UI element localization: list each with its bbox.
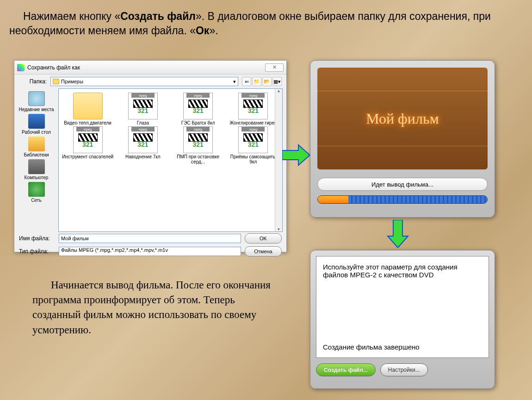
sidebar-network[interactable]: Сеть	[18, 182, 55, 203]
preview-screen: Мой фильм	[317, 68, 488, 169]
preview-panel: Мой фильм Идет вывод фильма...	[310, 60, 495, 218]
file-item[interactable]: Глаза	[116, 93, 170, 125]
info-panel: Используйте этот параметр для создания ф…	[310, 250, 495, 389]
filename-input[interactable]	[59, 234, 241, 243]
status-text: Идет вывод фильма...	[317, 178, 488, 191]
body-text: Начинается вывод фильма. После его оконч…	[32, 278, 273, 338]
file-area: Видео тепл.двигатели Глаза ГЭС Братск 8к…	[58, 88, 283, 232]
dialog-title: Сохранить файл как	[27, 64, 80, 71]
folder-icon	[53, 79, 59, 84]
folder-label: Папка:	[19, 78, 47, 85]
sidebar-computer[interactable]: Компьютер	[18, 159, 55, 180]
cancel-button[interactable]: Отмена	[245, 246, 282, 256]
info-description: Используйте этот параметр для создания ф…	[323, 263, 482, 279]
sidebar-libraries[interactable]: Библиотеки	[18, 137, 55, 157]
view-icon[interactable]: ▦▾	[272, 77, 282, 86]
filetype-dropdown[interactable]: Файлы MPEG (*.mpg,*.mp2,*.mp4,*.mpv,*.m1…	[59, 247, 241, 256]
info-status: Создание фильма завершено	[323, 343, 482, 351]
svg-marker-0	[282, 145, 310, 165]
file-item[interactable]: ГЭС Братск 8кл	[171, 93, 225, 125]
progress-bar	[317, 195, 488, 204]
file-item[interactable]: Инструмент спасателей	[61, 126, 115, 164]
up-icon[interactable]: 📁	[252, 77, 261, 86]
places-sidebar: Недавние места Рабочий стол Библиотеки К…	[14, 88, 58, 232]
folder-row: Папка: Примеры ▾ ⇐ 📁 📂 ▦▾	[14, 75, 286, 88]
info-text-area: Используйте этот параметр для создания ф…	[316, 256, 489, 358]
sidebar-desktop[interactable]: Рабочий стол	[18, 114, 55, 135]
folder-dropdown[interactable]: Примеры ▾	[50, 77, 238, 86]
sidebar-recent[interactable]: Недавние места	[18, 91, 55, 112]
nav-icons: ⇐ 📁 📂 ▦▾	[242, 77, 282, 86]
scrollbar[interactable]	[275, 89, 282, 231]
save-dialog: Сохранить файл как ✕ Папка: Примеры ▾ ⇐ …	[14, 60, 287, 252]
new-folder-icon[interactable]: 📂	[262, 77, 272, 86]
file-item[interactable]: Видео тепл.двигатели	[61, 93, 115, 125]
arrow-icon	[282, 144, 310, 167]
titlebar: Сохранить файл как ✕	[14, 61, 286, 75]
back-icon[interactable]: ⇐	[242, 77, 251, 86]
svg-marker-1	[388, 220, 408, 248]
file-item[interactable]: Наводнение 7кл	[116, 126, 170, 164]
ok-button[interactable]: OK	[245, 233, 282, 244]
file-item[interactable]: Жонглирование гирей	[226, 93, 280, 125]
app-icon	[17, 64, 25, 71]
settings-button[interactable]: Настройки...	[380, 363, 428, 376]
close-button[interactable]: ✕	[265, 63, 284, 72]
file-item[interactable]: Приёмы самозащиты 9кл	[226, 126, 280, 164]
file-item[interactable]: ПМП при остановке серд...	[171, 126, 225, 164]
arrow-icon	[386, 220, 409, 248]
create-file-button[interactable]: Создать файл...	[316, 363, 376, 376]
movie-title: Мой фильм	[366, 110, 439, 127]
instruction-text: Нажимаем кнопку «Создать файл». В диалог…	[9, 9, 523, 38]
filename-label: Имя файла:	[19, 235, 55, 242]
filetype-label: Тип файла:	[19, 248, 55, 255]
